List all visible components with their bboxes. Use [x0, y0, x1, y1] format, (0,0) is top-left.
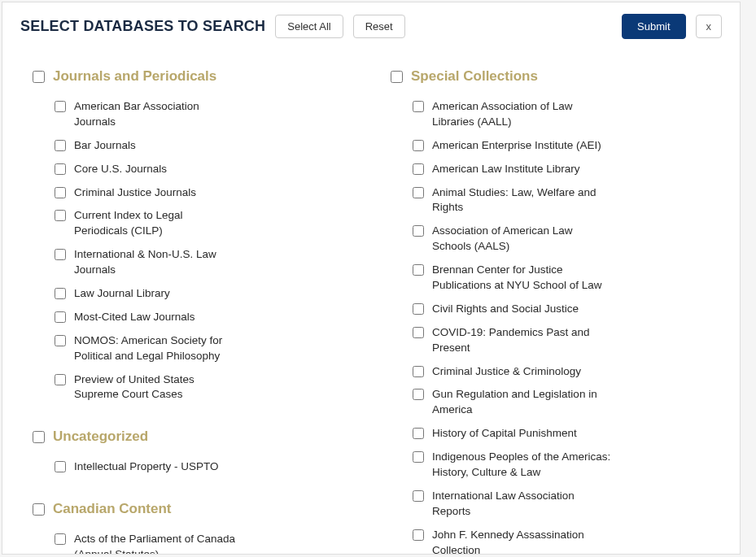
category-canadian-content: Canadian ContentActs of the Parliament o…: [20, 501, 354, 555]
reset-button[interactable]: Reset: [353, 15, 405, 38]
database-label: Current Index to Legal Periodicals (CILP…: [74, 208, 237, 239]
database-item: Intellectual Property - USPTO: [55, 459, 354, 475]
left-column: Journals and PeriodicalsAmerican Bar Ass…: [20, 68, 354, 555]
database-label: American Law Institute Library: [432, 162, 580, 177]
database-item: Most-Cited Law Journals: [55, 310, 354, 325]
category-items: American Bar Association JournalsBar Jou…: [20, 99, 354, 403]
database-item: American Law Institute Library: [413, 162, 712, 177]
category-title: Uncategorized: [53, 429, 148, 445]
database-checkbox-animal-studies-law-welfare-and-rights[interactable]: [413, 187, 424, 198]
dialog-header: SELECT DATABASES TO SEARCH Select All Re…: [20, 14, 722, 39]
database-checkbox-core-u-s-journals[interactable]: [55, 163, 66, 175]
database-label: Preview of United States Supreme Court C…: [74, 372, 237, 403]
database-item: Indigenous Peoples of the Americas: Hist…: [413, 450, 712, 481]
select-all-button[interactable]: Select All: [275, 15, 343, 38]
database-item: American Bar Association Journals: [55, 99, 354, 130]
database-checkbox-american-bar-association-journals[interactable]: [55, 101, 66, 112]
database-checkbox-international-law-association-reports[interactable]: [413, 490, 424, 502]
category-items: Intellectual Property - USPTO: [20, 459, 354, 475]
database-label: COVID-19: Pandemics Past and Present: [432, 325, 611, 356]
database-label: Acts of the Parliament of Canada (Annual…: [74, 532, 237, 555]
database-item: Criminal Justice & Criminology: [413, 364, 712, 380]
database-label: Intellectual Property - USPTO: [74, 459, 219, 475]
database-item: Animal Studies: Law, Welfare and Rights: [413, 185, 712, 216]
database-label: NOMOS: American Society for Political an…: [74, 333, 237, 364]
category-title: Journals and Periodicals: [53, 68, 216, 85]
category-checkbox-journals-and-periodicals[interactable]: [33, 71, 45, 83]
dialog-title: SELECT DATABASES TO SEARCH: [20, 18, 265, 35]
category-columns: Journals and PeriodicalsAmerican Bar Ass…: [20, 68, 722, 555]
database-checkbox-american-law-institute-library[interactable]: [413, 163, 424, 175]
database-item: Acts of the Parliament of Canada (Annual…: [55, 532, 354, 555]
database-label: American Enterprise Institute (AEI): [432, 138, 601, 154]
database-label: International & Non-U.S. Law Journals: [74, 247, 237, 278]
database-checkbox-indigenous-peoples-of-the-americas-histo[interactable]: [413, 451, 424, 463]
database-checkbox-american-association-of-law-libraries-aa[interactable]: [413, 101, 424, 112]
category-checkbox-canadian-content[interactable]: [33, 503, 45, 516]
database-checkbox-international-non-u-s-law-journals[interactable]: [55, 249, 66, 260]
database-item: History of Capital Punishment: [413, 426, 712, 442]
category-items: American Association of Law Libraries (A…: [378, 99, 712, 555]
database-checkbox-nomos-american-society-for-political-and[interactable]: [55, 335, 66, 346]
database-item: Association of American Law Schools (AAL…: [413, 224, 712, 255]
database-checkbox-gun-regulation-and-legislation-in-americ[interactable]: [413, 389, 424, 400]
database-label: Indigenous Peoples of the Americas: Hist…: [432, 450, 611, 481]
database-label: Civil Rights and Social Justice: [432, 302, 579, 317]
database-checkbox-most-cited-law-journals[interactable]: [55, 311, 66, 323]
database-checkbox-criminal-justice-criminology[interactable]: [413, 366, 424, 377]
database-item: Criminal Justice Journals: [55, 185, 354, 201]
database-label: Criminal Justice Journals: [74, 185, 196, 201]
database-checkbox-bar-journals[interactable]: [55, 140, 66, 151]
database-label: Gun Regulation and Legislation in Americ…: [432, 387, 611, 418]
category-checkbox-uncategorized[interactable]: [33, 431, 45, 443]
database-item: NOMOS: American Society for Political an…: [55, 333, 354, 364]
database-checkbox-preview-of-united-states-supreme-court-c[interactable]: [55, 374, 66, 385]
category-header: Uncategorized: [20, 429, 354, 445]
category-header: Journals and Periodicals: [20, 68, 354, 85]
database-checkbox-acts-of-the-parliament-of-canada-annual-[interactable]: [55, 533, 66, 545]
database-label: History of Capital Punishment: [432, 426, 577, 442]
database-item: Current Index to Legal Periodicals (CILP…: [55, 208, 354, 239]
database-checkbox-brennan-center-for-justice-publications-[interactable]: [413, 264, 424, 276]
database-item: COVID-19: Pandemics Past and Present: [413, 325, 712, 356]
category-items: Acts of the Parliament of Canada (Annual…: [20, 532, 354, 555]
database-checkbox-history-of-capital-punishment[interactable]: [413, 428, 424, 439]
database-label: American Bar Association Journals: [74, 99, 237, 130]
database-checkbox-current-index-to-legal-periodicals-cilp[interactable]: [55, 210, 66, 221]
category-header: Canadian Content: [20, 501, 354, 517]
database-checkbox-covid-19-pandemics-past-and-present[interactable]: [413, 327, 424, 338]
submit-button[interactable]: Submit: [622, 14, 685, 39]
database-checkbox-law-journal-library[interactable]: [55, 288, 66, 299]
category-special-collections: Special CollectionsAmerican Association …: [378, 68, 712, 555]
database-item: Bar Journals: [55, 138, 354, 154]
database-item: Preview of United States Supreme Court C…: [55, 372, 354, 403]
database-label: Animal Studies: Law, Welfare and Rights: [432, 185, 611, 216]
database-checkbox-intellectual-property-uspto[interactable]: [55, 461, 66, 472]
database-label: International Law Association Reports: [432, 489, 611, 520]
close-button[interactable]: x: [696, 15, 723, 38]
database-checkbox-american-enterprise-institute-aei[interactable]: [413, 140, 424, 151]
database-label: Association of American Law Schools (AAL…: [432, 224, 611, 255]
database-checkbox-civil-rights-and-social-justice[interactable]: [413, 303, 424, 315]
category-title: Special Collections: [411, 68, 538, 85]
database-checkbox-association-of-american-law-schools-aals[interactable]: [413, 225, 424, 237]
category-uncategorized: UncategorizedIntellectual Property - USP…: [20, 429, 354, 475]
database-label: Law Journal Library: [74, 286, 170, 302]
database-item: Gun Regulation and Legislation in Americ…: [413, 387, 712, 418]
database-item: International Law Association Reports: [413, 489, 712, 520]
database-label: American Association of Law Libraries (A…: [432, 99, 611, 130]
database-selector-dialog: SELECT DATABASES TO SEARCH Select All Re…: [2, 2, 741, 555]
database-label: Criminal Justice & Criminology: [432, 364, 581, 380]
right-column: Special CollectionsAmerican Association …: [378, 68, 712, 555]
database-checkbox-criminal-justice-journals[interactable]: [55, 187, 66, 198]
category-header: Special Collections: [378, 68, 712, 85]
database-checkbox-john-f-kennedy-assassination-collection[interactable]: [413, 529, 424, 541]
database-label: Brennan Center for Justice Publications …: [432, 263, 611, 294]
database-label: Bar Journals: [74, 138, 136, 154]
database-label: Most-Cited Law Journals: [74, 310, 195, 325]
category-checkbox-special-collections[interactable]: [391, 71, 403, 83]
category-journals-and-periodicals: Journals and PeriodicalsAmerican Bar Ass…: [20, 68, 354, 403]
database-item: American Enterprise Institute (AEI): [413, 138, 712, 154]
database-item: Brennan Center for Justice Publications …: [413, 263, 712, 294]
database-item: John F. Kennedy Assassination Collection: [413, 528, 712, 555]
